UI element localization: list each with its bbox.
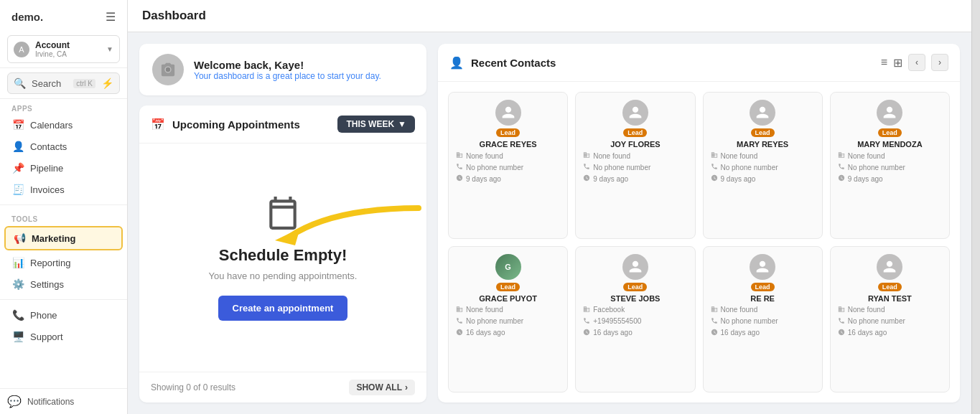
- clock-icon: [711, 174, 718, 183]
- lead-badge: Lead: [623, 283, 647, 291]
- schedule-empty-body: Schedule Empty! You have no pending appo…: [139, 144, 426, 372]
- contact-detail-phone: No phone number: [711, 317, 815, 326]
- contact-detail-time: 9 days ago: [838, 174, 942, 183]
- main-content: Dashboard Welcome back, Kaye! Your dash: [128, 0, 971, 414]
- contacts-header-actions: ≡ ⊞ ‹ ›: [881, 54, 948, 71]
- sidebar-item-reporting[interactable]: 📊 Reporting: [0, 252, 127, 273]
- sidebar-item-settings[interactable]: ⚙️ Settings: [0, 273, 127, 295]
- phone-small-icon: [456, 317, 463, 326]
- clock-icon: [583, 329, 590, 337]
- sidebar-item-label: Support: [30, 331, 63, 342]
- contact-phone: No phone number: [593, 164, 650, 171]
- contact-phone: No phone number: [721, 164, 778, 171]
- contact-card[interactable]: Lead RE RE None found No phone number 16…: [703, 246, 823, 393]
- sidebar-item-support[interactable]: 🖥️ Support: [0, 326, 127, 347]
- appointments-footer: Showing 0 of 0 results SHOW ALL ›: [139, 372, 426, 403]
- contact-card[interactable]: Lead MARY REYES None found No phone numb…: [703, 92, 823, 239]
- lead-badge: Lead: [496, 128, 520, 137]
- phone-small-icon: [838, 163, 845, 171]
- building-icon: [456, 151, 463, 160]
- contact-company: None found: [721, 152, 758, 160]
- scrollbar-track[interactable]: [971, 0, 980, 414]
- reporting-icon: 📊: [11, 257, 24, 268]
- sidebar-item-invoices[interactable]: 🧾 Invoices: [0, 179, 127, 200]
- lead-badge: Lead: [496, 283, 520, 291]
- contact-name: MARY REYES: [737, 140, 788, 149]
- search-shortcut: ctrl K: [73, 79, 95, 88]
- contact-card[interactable]: G Lead GRACE PUYOT None found No phone n…: [448, 246, 568, 393]
- show-all-button[interactable]: SHOW ALL ›: [349, 380, 415, 395]
- contact-card[interactable]: Lead GRACE REYES None found No phone num…: [448, 92, 568, 239]
- contact-time: 16 days ago: [593, 329, 633, 337]
- contact-detail-company: None found: [711, 151, 815, 160]
- contact-card[interactable]: Lead MARY MENDOZA None found No phone nu…: [830, 92, 950, 239]
- contacts-panel-header: 👤 Recent Contacts ≡ ⊞ ‹ ›: [438, 44, 960, 82]
- sidebar-item-marketing[interactable]: 📢 Marketing: [4, 226, 123, 250]
- sidebar: demo. ☰ A Account Irvine, CA ▼ 🔍 Search …: [0, 0, 128, 414]
- contact-detail-phone: No phone number: [838, 317, 942, 326]
- contact-time: 9 days ago: [466, 175, 501, 183]
- appointments-panel-header: 📅 Upcoming Appointments THIS WEEK ▼: [139, 105, 426, 144]
- settings-icon: ⚙️: [11, 278, 24, 290]
- welcome-subtitle: Your dashboard is a great place to start…: [194, 71, 381, 81]
- create-appointment-button[interactable]: Create an appointment: [218, 296, 348, 321]
- contact-detail-time: 9 days ago: [711, 174, 815, 183]
- contact-detail-phone: No phone number: [838, 163, 942, 171]
- prev-contacts-button[interactable]: ‹: [908, 54, 925, 71]
- welcome-text: Welcome back, Kaye! Your dashboard is a …: [194, 59, 381, 81]
- contact-detail-phone: +19495554500: [583, 317, 687, 326]
- content-area: Welcome back, Kaye! Your dashboard is a …: [128, 32, 971, 414]
- calendars-icon: 📅: [11, 119, 24, 131]
- sidebar-bottom-bar: 💬 Notifications: [0, 388, 127, 414]
- camera-icon: [160, 62, 176, 77]
- this-week-chevron-icon: ▼: [398, 119, 406, 129]
- contact-detail-company: None found: [838, 306, 942, 314]
- list-view-button[interactable]: ≡: [881, 56, 887, 69]
- appointments-icon: 📅: [151, 118, 165, 131]
- this-week-button[interactable]: THIS WEEK ▼: [337, 116, 415, 133]
- contact-detail-phone: No phone number: [456, 317, 560, 326]
- sidebar-item-pipeline[interactable]: 📌 Pipeline: [0, 157, 127, 179]
- contact-phone: +19495554500: [593, 317, 641, 325]
- sidebar-item-calendars[interactable]: 📅 Calendars: [0, 114, 127, 136]
- next-contacts-button[interactable]: ›: [931, 54, 948, 71]
- contact-name: RE RE: [750, 294, 775, 303]
- account-name: Account: [35, 40, 101, 50]
- grid-view-button[interactable]: ⊞: [893, 56, 902, 70]
- notifications-icon[interactable]: 💬: [7, 395, 22, 408]
- building-icon: [456, 306, 463, 314]
- contact-phone: No phone number: [848, 317, 905, 325]
- right-column: 👤 Recent Contacts ≡ ⊞ ‹ › Lead GR: [438, 44, 960, 403]
- sidebar-item-phone[interactable]: 📞 Phone: [0, 304, 127, 326]
- logo-text: demo.: [11, 11, 43, 23]
- contact-time: 16 days ago: [848, 329, 887, 337]
- lead-badge: Lead: [623, 128, 647, 137]
- search-extra-icon: ⚡: [101, 77, 113, 89]
- search-icon: 🔍: [14, 77, 26, 89]
- contact-time: 16 days ago: [721, 329, 760, 337]
- sidebar-item-contacts[interactable]: 👤 Contacts: [0, 136, 127, 157]
- search-button[interactable]: 🔍 Search ctrl K ⚡: [7, 72, 120, 94]
- contact-card[interactable]: Lead RYAN TEST None found No phone numbe…: [830, 246, 950, 393]
- contact-detail-time: 16 days ago: [583, 329, 687, 337]
- contact-card[interactable]: Lead JOY FLORES None found No phone numb…: [575, 92, 695, 239]
- tools-label: Tools: [0, 210, 127, 225]
- clock-icon: [456, 329, 463, 337]
- account-section: A Account Irvine, CA ▼: [0, 31, 127, 68]
- page-title: Dashboard: [142, 9, 206, 23]
- contact-phone: No phone number: [466, 164, 523, 171]
- hamburger-icon[interactable]: ☰: [106, 10, 116, 24]
- lead-badge: Lead: [751, 283, 775, 291]
- this-week-label: THIS WEEK: [346, 119, 394, 129]
- contact-card[interactable]: Lead STEVE JOBS Facebook +19495554500 16…: [575, 246, 695, 393]
- contact-phone: No phone number: [721, 317, 778, 325]
- contact-name: RYAN TEST: [868, 294, 912, 303]
- account-button[interactable]: A Account Irvine, CA ▼: [7, 35, 120, 63]
- contacts-panel-icon: 👤: [449, 56, 464, 70]
- welcome-avatar: [152, 54, 184, 85]
- sidebar-item-label: Invoices: [30, 184, 65, 195]
- calendar-empty-icon: [265, 195, 301, 237]
- contact-detail-time: 16 days ago: [838, 329, 942, 337]
- contact-detail-company: None found: [711, 306, 815, 314]
- building-icon: [838, 306, 845, 314]
